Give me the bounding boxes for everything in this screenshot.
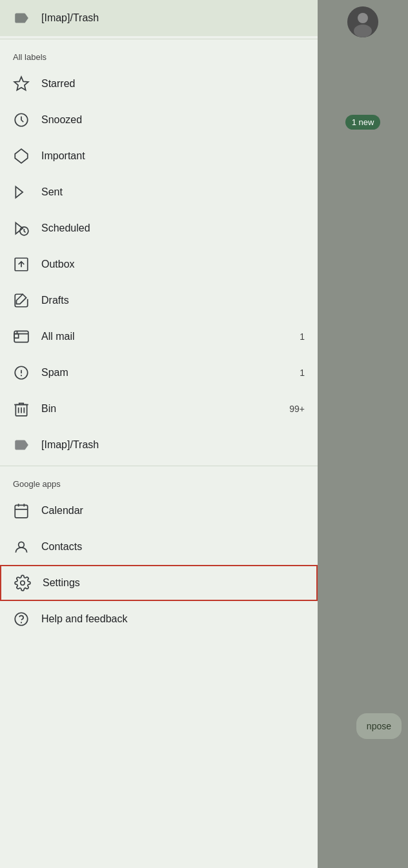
scheduled-label: Scheduled xyxy=(41,222,305,234)
svg-point-19 xyxy=(15,613,28,626)
sidebar-item-snoozed[interactable]: Snoozed xyxy=(0,102,318,138)
sidebar-item-important[interactable]: Important xyxy=(0,138,318,174)
contacts-icon xyxy=(13,538,41,555)
drafts-icon xyxy=(13,292,41,309)
clock-icon xyxy=(13,112,41,128)
sidebar-item-help[interactable]: Help and feedback xyxy=(0,601,318,637)
divider-google-apps xyxy=(0,466,318,466)
settings-icon xyxy=(14,575,43,591)
snoozed-label: Snoozed xyxy=(41,114,305,126)
sidebar-item-sent[interactable]: Sent xyxy=(0,174,318,210)
sidebar-item-scheduled[interactable]: Scheduled xyxy=(0,210,318,246)
calendar-label: Calendar xyxy=(41,505,305,517)
svg-point-17 xyxy=(19,542,25,547)
sidebar-item-outbox[interactable]: Outbox xyxy=(0,246,318,282)
svg-point-18 xyxy=(21,581,25,586)
sidebar-item-settings[interactable]: Settings xyxy=(0,565,318,601)
drafts-label: Drafts xyxy=(41,295,305,306)
label-icon-bottom xyxy=(13,437,41,453)
divider-top xyxy=(0,39,318,39)
help-icon xyxy=(13,611,41,627)
all-labels-header: All labels xyxy=(0,42,318,66)
important-label: Important xyxy=(41,150,305,162)
imap-trash-bottom-label: [Imap]/Trash xyxy=(41,439,305,451)
svg-point-23 xyxy=(354,25,372,37)
sidebar-item-imap-trash-bottom[interactable]: [Imap]/Trash xyxy=(0,427,318,463)
sent-icon xyxy=(13,184,41,201)
bin-label: Bin xyxy=(41,403,289,415)
help-label: Help and feedback xyxy=(41,613,305,625)
bin-count: 99+ xyxy=(289,404,305,414)
svg-point-20 xyxy=(21,622,21,623)
compose-label: npose xyxy=(367,721,391,731)
avatar[interactable] xyxy=(347,6,378,37)
svg-rect-3 xyxy=(14,331,28,342)
imap-trash-top-label: [Imap]/Trash xyxy=(41,12,305,24)
sidebar-item-drafts[interactable]: Drafts xyxy=(0,282,318,319)
sidebar-item-spam[interactable]: Spam 1 xyxy=(0,355,318,391)
bin-icon xyxy=(13,400,41,417)
sent-label: Sent xyxy=(41,186,305,198)
sidebar-item-allmail[interactable]: All mail 1 xyxy=(0,319,318,355)
sidebar-item-calendar[interactable]: Calendar xyxy=(0,493,318,529)
google-apps-header: Google apps xyxy=(0,469,318,493)
new-badge: 1 new xyxy=(345,115,381,130)
allmail-icon xyxy=(13,328,41,345)
allmail-label: All mail xyxy=(41,331,300,342)
star-icon xyxy=(13,75,41,92)
svg-point-7 xyxy=(21,375,21,376)
label-icon-top xyxy=(13,10,41,26)
sidebar-item-starred[interactable]: Starred xyxy=(0,66,318,102)
svg-rect-4 xyxy=(14,334,19,339)
right-panel: 1 new npose xyxy=(318,0,408,868)
sidebar-item-contacts[interactable]: Contacts xyxy=(0,529,318,565)
contacts-label: Contacts xyxy=(41,541,305,553)
svg-rect-13 xyxy=(15,505,28,518)
outbox-icon xyxy=(13,256,41,273)
settings-label: Settings xyxy=(43,577,303,589)
spam-count: 1 xyxy=(300,368,305,378)
scheduled-icon xyxy=(13,220,41,237)
spam-icon xyxy=(13,364,41,381)
sidebar-item-imap-trash-top[interactable]: [Imap]/Trash xyxy=(0,0,318,36)
allmail-count: 1 xyxy=(300,331,305,342)
important-icon xyxy=(13,148,41,164)
outbox-label: Outbox xyxy=(41,259,305,270)
spam-label: Spam xyxy=(41,367,300,379)
starred-label: Starred xyxy=(41,78,305,90)
sidebar: [Imap]/Trash All labels Starred Snoozed xyxy=(0,0,318,868)
svg-point-22 xyxy=(358,13,368,23)
compose-button[interactable]: npose xyxy=(356,713,402,739)
sidebar-item-bin[interactable]: Bin 99+ xyxy=(0,391,318,427)
calendar-icon xyxy=(13,502,41,519)
